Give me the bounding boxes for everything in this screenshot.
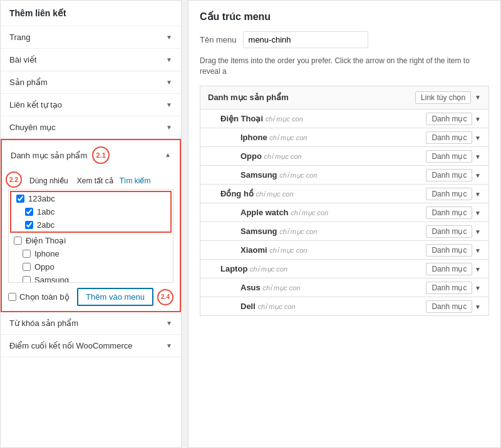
menu-item-dongho: Đồng hồ chỉ mục con Danh mục ▼ [200, 185, 489, 203]
item-type-laptop: Danh mục ▼ [426, 264, 481, 273]
chevron-down-icon[interactable]: ▼ [475, 116, 481, 123]
tabs-row: 2.2 Dùng nhiều Xem tất cả Tìm kiếm [2, 170, 180, 189]
accordion-baiviet-label: Bài viết [9, 55, 36, 64]
accordion-baiviet-header[interactable]: Bài viết ▼ [1, 49, 181, 71]
chevron-down-icon: ▼ [166, 342, 172, 349]
checklist-item-iphone: Iphone [9, 247, 173, 260]
accordion-sanpham: Sản phẩm ▼ [1, 71, 181, 94]
menu-name-label: Tên menu [200, 35, 237, 44]
checkbox-123abc[interactable] [16, 195, 24, 203]
menu-item-iphone: Iphone chỉ mục con Danh mục ▼ [200, 128, 489, 147]
chevron-down-icon: ▼ [166, 34, 172, 41]
item-label-123abc: 123abc [28, 194, 55, 203]
accordion-danhmucsanpham-header[interactable]: Danh mục sản phẩm 2.1 ▼ [2, 140, 180, 170]
type-badge-samsung2: Danh mục [426, 225, 472, 238]
type-badge-dienthoai: Danh mục [426, 113, 472, 125]
chevron-down-icon[interactable]: ▼ [475, 172, 481, 179]
right-panel-title: Cấu trúc menu [200, 11, 489, 23]
bottom-row: Chọn toàn bộ Thêm vào menu 2.4 [2, 283, 180, 311]
select-all-text: Chọn toàn bộ [19, 292, 70, 302]
accordion-tukhoasanpham: Từ khóa sản phẩm ▼ [1, 312, 181, 335]
menu-name-row: Tên menu [200, 31, 489, 48]
chevron-down-icon[interactable]: ▼ [475, 94, 481, 101]
type-badge-dell: Danh mục [426, 300, 472, 313]
accordion-chuyenmuc-label: Chuyên mục [9, 123, 56, 132]
item-type-asus: Danh mục ▼ [426, 283, 481, 292]
left-panel-title: Thêm liên kết [1, 1, 181, 26]
accordion-sanpham-header[interactable]: Sản phẩm ▼ [1, 71, 181, 93]
checkbox-2abc[interactable] [25, 221, 33, 229]
accordion-tukhoasanpham-header[interactable]: Từ khóa sản phẩm ▼ [1, 312, 181, 334]
chevron-down-icon[interactable]: ▼ [475, 191, 481, 198]
chevron-down-icon[interactable]: ▼ [475, 228, 481, 235]
add-menu-button[interactable]: Thêm vào menu [77, 288, 153, 306]
accordion-trang-header[interactable]: Trang ▼ [1, 26, 181, 48]
checkbox-samsung[interactable] [23, 276, 31, 283]
chevron-down-icon[interactable]: ▼ [475, 285, 481, 292]
item-label-iphone: Iphone [34, 249, 59, 258]
chevron-down-icon: ▼ [166, 79, 172, 86]
chevron-down-icon[interactable]: ▼ [475, 303, 481, 310]
chevron-down-icon[interactable]: ▼ [475, 153, 481, 160]
chevron-down-icon: ▼ [166, 101, 172, 108]
checkbox-1abc[interactable] [25, 208, 33, 216]
chevron-down-icon[interactable]: ▼ [475, 266, 481, 273]
item-name-iphone: Iphone chỉ mục con [240, 133, 307, 142]
accordion-trang-label: Trang [9, 33, 30, 42]
root-item-type-row: Link tùy chọn ▼ [415, 91, 481, 104]
item-type-dongho: Danh mục ▼ [426, 189, 481, 198]
accordion-baiviet: Bài viết ▼ [1, 49, 181, 71]
accordion-danhmucsanpham-label: Danh mục sản phẩm [11, 151, 87, 160]
item-name-applewatch: Apple watch chỉ mục con [240, 208, 328, 217]
chevron-down-icon[interactable]: ▼ [475, 247, 481, 254]
item-label-1abc: 1abc [37, 207, 54, 216]
item-name-dell: Dell chỉ mục con [240, 302, 296, 311]
menu-name-input[interactable] [243, 31, 368, 48]
root-item-title: Danh mục sản phẩm [208, 93, 289, 102]
checklist-container: 123abc 1abc 2abc 2.3 Điện Thoại [8, 189, 173, 283]
type-badge-laptop: Danh mục [426, 263, 472, 275]
chevron-down-icon: ▼ [166, 56, 172, 63]
chevron-down-icon[interactable]: ▼ [475, 135, 481, 141]
item-name-dongho: Đồng hồ chỉ mục con [220, 189, 294, 198]
accordion-lienket: Liên kết tự tạo ▼ [1, 94, 181, 116]
checklist-item-1abc: 1abc [11, 205, 170, 218]
select-all-label[interactable]: Chọn toàn bộ [8, 292, 70, 302]
accordion-woocommerce-header[interactable]: Điểm cuối kết nối WooCommerce ▼ [1, 335, 181, 357]
type-badge-applewatch: Danh mục [426, 206, 472, 219]
item-label-samsung: Samsung [34, 275, 69, 283]
menu-item-dell: Dell chỉ mục con Danh mục ▼ [200, 297, 489, 316]
menu-item-dienthoai: Điện Thoại chỉ mục con Danh mục ▼ [200, 109, 489, 128]
left-panel: Thêm liên kết Trang ▼ Bài viết ▼ Sản phẩ… [0, 0, 182, 448]
select-all-checkbox[interactable] [8, 293, 16, 301]
accordion-lienket-header[interactable]: Liên kết tự tạo ▼ [1, 94, 181, 116]
chevron-down-icon: ▼ [166, 124, 172, 131]
item-label-oppo: Oppo [34, 262, 54, 272]
accordion-chuyenmuc-header[interactable]: Chuyên mục ▼ [1, 116, 181, 138]
tab-xem-tat-ca[interactable]: Xem tất cả [75, 175, 116, 186]
tab-tim-kiem[interactable]: Tìm kiếm [120, 176, 151, 185]
item-name-oppo: Oppo chỉ mục con [240, 151, 302, 161]
tab-dung-nhieu[interactable]: Dùng nhiều [27, 175, 71, 186]
menu-item-applewatch: Apple watch chỉ mục con Danh mục ▼ [200, 203, 489, 222]
type-badge-samsung1: Danh mục [426, 169, 472, 181]
item-name-laptop: Laptop chỉ mục con [220, 264, 287, 273]
accordion-danhmucsanpham: Danh mục sản phẩm 2.1 ▼ 2.2 Dùng nhiều X… [1, 139, 181, 312]
right-panel: Cấu trúc menu Tên menu Drag the items in… [188, 0, 501, 448]
checkbox-oppo[interactable] [23, 263, 31, 271]
item-type-samsung2: Danh mục ▼ [426, 227, 481, 236]
chevron-down-icon[interactable]: ▼ [475, 210, 481, 216]
checkbox-dienthoai[interactable] [14, 237, 22, 245]
accordion-tukhoasanpham-label: Từ khóa sản phẩm [9, 318, 78, 328]
checkbox-iphone[interactable] [23, 250, 31, 258]
menu-item-oppo: Oppo chỉ mục con Danh mục ▼ [200, 147, 489, 166]
menu-item-xiaomi: Xiaomi chỉ mục con Danh mục ▼ [200, 241, 489, 260]
item-type-applewatch: Danh mục ▼ [426, 208, 481, 217]
checklist-item-dienthoai: Điện Thoại [9, 234, 173, 247]
type-badge-oppo: Danh mục [426, 150, 472, 163]
root-item-type: Link tùy chọn [415, 91, 471, 104]
accordion-woocommerce-label: Điểm cuối kết nối WooCommerce [9, 341, 132, 350]
drag-hint: Drag the items into the order you prefer… [200, 56, 489, 77]
item-label-dienthoai: Điện Thoại [26, 236, 66, 245]
item-name-asus: Asus chỉ mục con [240, 283, 301, 292]
